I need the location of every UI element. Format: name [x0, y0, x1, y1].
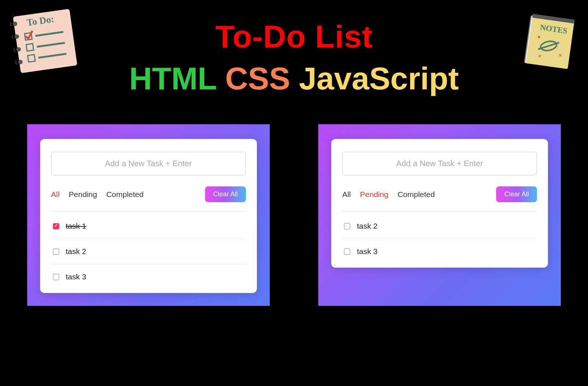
task-label: task 2: [357, 222, 377, 230]
controls-row: All Pending Completed Clear All: [51, 186, 246, 212]
clear-all-button[interactable]: Clear All: [205, 186, 246, 202]
todo-panel-all: All Pending Completed Clear All task 1 t…: [27, 124, 270, 306]
filter-tabs: All Pending Completed: [342, 190, 435, 199]
task-checkbox[interactable]: [344, 223, 350, 229]
task-item: task 3: [51, 264, 246, 289]
tab-completed[interactable]: Completed: [398, 190, 435, 199]
tab-all[interactable]: All: [342, 190, 351, 199]
task-list: task 2 task 3: [342, 212, 537, 264]
todo-card: All Pending Completed Clear All task 2 t…: [331, 139, 548, 268]
new-task-input[interactable]: [342, 152, 537, 175]
task-item: task 3: [342, 239, 537, 264]
subtitle-html: HTML: [129, 61, 216, 96]
clear-all-button[interactable]: Clear All: [496, 186, 537, 202]
task-list: task 1 task 2 task 3: [51, 212, 246, 289]
svg-text:✦: ✦: [537, 34, 542, 40]
subtitle-css: CSS: [225, 61, 290, 96]
task-label: task 3: [66, 272, 86, 281]
tab-pending[interactable]: Pending: [360, 190, 388, 199]
subtitle-js: JavaScript: [299, 61, 459, 96]
filter-tabs: All Pending Completed: [51, 190, 144, 199]
task-label: task 1: [66, 222, 86, 230]
controls-row: All Pending Completed Clear All: [342, 186, 537, 212]
task-item: task 1: [51, 214, 246, 239]
new-task-input[interactable]: [51, 152, 246, 175]
task-checkbox[interactable]: [344, 249, 350, 255]
task-checkbox[interactable]: [53, 249, 59, 255]
task-item: task 2: [342, 214, 537, 239]
page-title: To-Do List: [0, 18, 588, 55]
task-label: task 2: [66, 247, 86, 256]
todo-card: All Pending Completed Clear All task 1 t…: [40, 139, 257, 293]
tab-all[interactable]: All: [51, 190, 60, 199]
todo-sticker-icon: To Do:: [7, 7, 77, 74]
tab-completed[interactable]: Completed: [106, 190, 144, 199]
svg-text:✕: ✕: [558, 53, 563, 58]
task-label: task 3: [357, 247, 377, 256]
todo-panel-pending: All Pending Completed Clear All task 2 t…: [318, 124, 561, 306]
page-header: To-Do List HTML CSS JavaScript: [0, 0, 588, 97]
task-item: task 2: [51, 239, 246, 264]
page-subtitle: HTML CSS JavaScript: [0, 60, 588, 97]
panels-container: All Pending Completed Clear All task 1 t…: [0, 124, 588, 306]
notes-sticker-icon: NOTES ✦ ✕ ✕: [522, 11, 577, 70]
svg-text:✕: ✕: [538, 53, 542, 59]
task-checkbox[interactable]: [53, 223, 59, 229]
task-checkbox[interactable]: [53, 274, 59, 280]
tab-pending[interactable]: Pending: [69, 190, 97, 199]
